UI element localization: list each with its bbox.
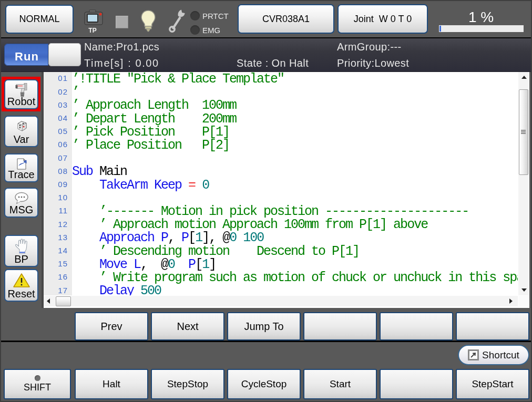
svg-text:TP: TP — [88, 27, 96, 34]
